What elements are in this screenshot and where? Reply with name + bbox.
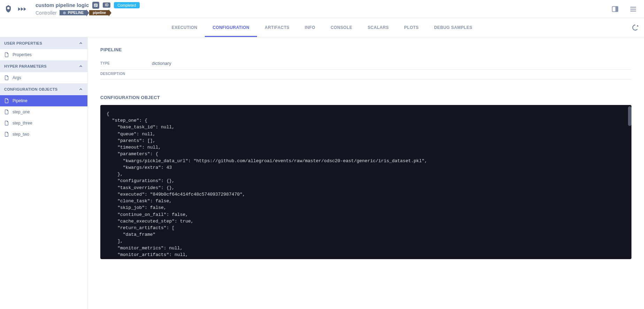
- sidebar-item-label: step_two: [13, 132, 29, 137]
- sidebar-item-label: Pipeline: [13, 98, 28, 103]
- breadcrumb-item-pipeline-name[interactable]: pipeline: [89, 10, 109, 15]
- sidebar-item-args[interactable]: Args: [0, 72, 87, 83]
- breadcrumb-item-pipeline-type[interactable]: PIPELINE: [60, 10, 87, 15]
- config-code-block[interactable]: { "step_one": { "base_task_id": null, "q…: [100, 105, 631, 259]
- tab-execution[interactable]: EXECUTION: [164, 18, 205, 37]
- svg-rect-2: [95, 4, 98, 5]
- config-object-title: CONFIGURATION OBJECT: [100, 95, 631, 100]
- notes-icon[interactable]: [92, 2, 99, 9]
- document-icon: [4, 110, 9, 114]
- description-key: DESCRIPTION: [100, 72, 152, 76]
- breadcrumb-label: pipeline: [93, 11, 106, 15]
- breadcrumb-label: PIPELINE: [68, 11, 84, 15]
- document-icon: [4, 52, 9, 57]
- document-icon: [4, 121, 9, 126]
- svg-rect-4: [95, 6, 96, 6]
- logo-icon: [3, 4, 13, 14]
- svg-rect-7: [630, 7, 636, 7]
- svg-rect-9: [630, 10, 636, 11]
- refresh-icon[interactable]: [631, 23, 640, 32]
- menu-icon[interactable]: [629, 5, 638, 14]
- tabbar-right: [631, 18, 640, 37]
- app-root: custom pipeline logic ID Completed Contr…: [0, 0, 644, 309]
- arrows-icon: [18, 6, 29, 12]
- sidebar-group-hyper-parameters[interactable]: HYPER PARAMETERS: [0, 60, 87, 72]
- tabbar: EXECUTIONCONFIGURATIONARTIFACTSINFOCONSO…: [0, 18, 644, 37]
- tabs: EXECUTIONCONFIGURATIONARTIFACTSINFOCONSO…: [164, 18, 480, 37]
- breadcrumb: PIPELINE pipeline: [60, 9, 111, 16]
- tab-scalars[interactable]: SCALARS: [360, 18, 396, 37]
- sidebar-group-user-properties[interactable]: USER PROPERTIES: [0, 37, 87, 49]
- status-badge: Completed: [114, 2, 139, 8]
- header-left: custom pipeline logic ID Completed Contr…: [3, 2, 140, 16]
- type-row: TYPE dictionary: [100, 59, 631, 70]
- main-panel: PIPELINE TYPE dictionary DESCRIPTION CON…: [88, 37, 644, 309]
- chevron-up-icon: [78, 87, 83, 92]
- tab-debug-samples[interactable]: DEBUG SAMPLES: [426, 18, 480, 37]
- chevron-up-icon: [78, 64, 83, 69]
- dot-icon: [63, 12, 66, 14]
- svg-rect-6: [615, 6, 618, 12]
- document-icon: [4, 98, 9, 103]
- scrollbar[interactable]: [628, 106, 631, 126]
- tab-console[interactable]: CONSOLE: [323, 18, 360, 37]
- type-value: dictionary: [152, 61, 171, 66]
- document-icon: [4, 75, 9, 80]
- tab-configuration[interactable]: CONFIGURATION: [205, 18, 257, 37]
- tab-plots[interactable]: PLOTS: [396, 18, 426, 37]
- sidebar-group-configuration-objects[interactable]: CONFIGURATION OBJECTS: [0, 83, 87, 95]
- chevron-up-icon: [78, 41, 83, 46]
- subtitle-row: Controller PIPELINE pipeline: [36, 9, 140, 16]
- header: custom pipeline logic ID Completed Contr…: [0, 0, 644, 18]
- svg-rect-8: [630, 9, 636, 9]
- sidebar-item-label: Properties: [13, 52, 32, 57]
- section-title: PIPELINE: [100, 47, 631, 52]
- sidebar-item-label: step_three: [13, 121, 32, 126]
- panel-toggle-icon[interactable]: [611, 5, 620, 14]
- body: USER PROPERTIESPropertiesHYPER PARAMETER…: [0, 37, 644, 309]
- sidebar-item-step_three[interactable]: step_three: [0, 118, 87, 129]
- tab-artifacts[interactable]: ARTIFACTS: [257, 18, 297, 37]
- page-title: custom pipeline logic: [36, 2, 89, 8]
- sidebar-item-properties[interactable]: Properties: [0, 49, 87, 60]
- page-subtitle: Controller: [36, 10, 57, 16]
- title-block: custom pipeline logic ID Completed Contr…: [36, 2, 140, 16]
- sidebar-item-label: step_one: [13, 110, 30, 114]
- type-key: TYPE: [100, 61, 152, 65]
- title-row: custom pipeline logic ID Completed: [36, 2, 140, 9]
- sidebar-item-step_one[interactable]: step_one: [0, 106, 87, 118]
- svg-point-0: [7, 7, 10, 9]
- svg-rect-3: [95, 5, 98, 6]
- description-row: DESCRIPTION: [100, 70, 631, 80]
- tab-info[interactable]: INFO: [297, 18, 323, 37]
- sidebar-item-pipeline[interactable]: Pipeline: [0, 95, 87, 106]
- id-badge[interactable]: ID: [103, 2, 110, 8]
- sidebar: USER PROPERTIESPropertiesHYPER PARAMETER…: [0, 37, 88, 309]
- sidebar-item-step_two[interactable]: step_two: [0, 129, 87, 140]
- sidebar-item-label: Args: [13, 75, 21, 80]
- document-icon: [4, 132, 9, 137]
- header-right: [611, 5, 638, 14]
